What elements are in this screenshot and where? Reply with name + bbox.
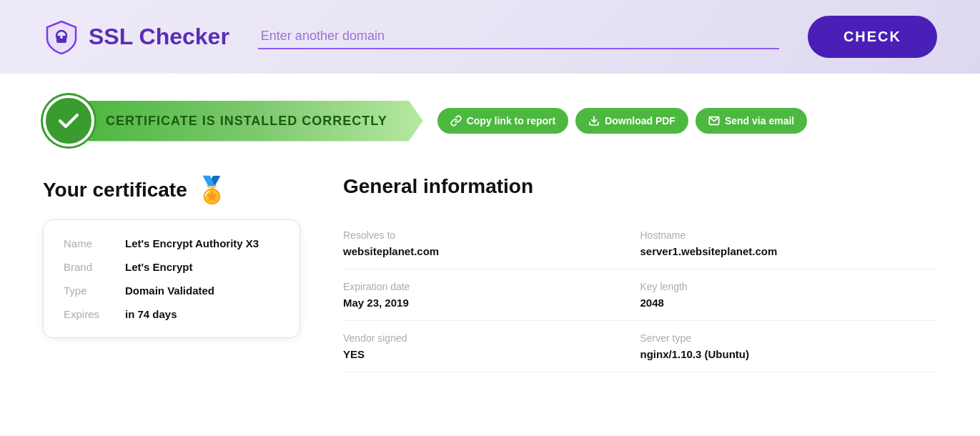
info-grid: Resolves to websiteplanet.com Hostname s… xyxy=(343,218,937,372)
cert-label-type: Type xyxy=(64,284,114,297)
cert-value-type: Domain Validated xyxy=(125,284,214,297)
info-item-hostname: Hostname server1.websiteplanet.com xyxy=(640,218,938,269)
header: SSL Checker CHECK xyxy=(0,0,980,74)
info-value-expiration: May 23, 2019 xyxy=(343,297,640,309)
general-info-section: General information Resolves to websitep… xyxy=(343,175,937,372)
status-label-wrap: CERTIFICATE IS INSTALLED CORRECTLY xyxy=(89,101,423,142)
cert-label-expires: Expires xyxy=(64,308,114,320)
logo-text: SSL Checker xyxy=(89,24,229,50)
info-value-vendor-signed: YES xyxy=(343,348,640,360)
info-item-resolves-to: Resolves to websiteplanet.com xyxy=(343,218,640,269)
info-label-expiration: Expiration date xyxy=(343,281,640,292)
info-value-server-type: nginx/1.10.3 (Ubuntu) xyxy=(640,348,938,360)
info-item-key-length: Key length 2048 xyxy=(640,269,938,321)
info-value-resolves-to: websiteplanet.com xyxy=(343,245,640,257)
info-label-vendor-signed: Vendor signed xyxy=(343,332,640,344)
cert-label-name: Name xyxy=(64,237,114,249)
status-actions: Copy link to report Download PDF Send vi… xyxy=(437,108,808,134)
check-button[interactable]: CHECK xyxy=(808,16,937,58)
status-banner: CERTIFICATE IS INSTALLED CORRECTLY Copy … xyxy=(43,95,937,147)
cert-card: Name Let's Encrypt Authority X3 Brand Le… xyxy=(43,219,300,338)
download-icon xyxy=(588,115,600,127)
info-item-vendor-signed: Vendor signed YES xyxy=(343,321,640,372)
cert-value-brand: Let's Encrypt xyxy=(125,261,192,273)
certificate-section: Your certificate 🏅 Name Let's Encrypt Au… xyxy=(43,175,300,338)
cert-title-row: Your certificate 🏅 xyxy=(43,175,300,205)
content-columns: Your certificate 🏅 Name Let's Encrypt Au… xyxy=(43,175,937,372)
copy-link-button[interactable]: Copy link to report xyxy=(437,108,568,134)
cert-row-brand: Brand Let's Encrypt xyxy=(64,261,279,273)
cert-section-title: Your certificate xyxy=(43,179,187,202)
cert-value-name: Let's Encrypt Authority X3 xyxy=(125,237,259,249)
check-icon xyxy=(56,108,81,134)
info-label-resolves-to: Resolves to xyxy=(343,229,640,241)
info-value-key-length: 2048 xyxy=(640,297,938,309)
info-label-hostname: Hostname xyxy=(640,229,938,241)
logo-area: SSL Checker xyxy=(43,19,229,56)
cert-row-type: Type Domain Validated xyxy=(64,284,279,297)
send-email-button[interactable]: Send via email xyxy=(696,108,807,134)
info-item-server-type: Server type nginx/1.10.3 (Ubuntu) xyxy=(640,321,938,372)
info-value-hostname: server1.websiteplanet.com xyxy=(640,245,938,257)
info-item-expiration: Expiration date May 23, 2019 xyxy=(343,269,640,321)
shield-lock-icon xyxy=(43,19,80,56)
award-icon: 🏅 xyxy=(196,175,228,205)
link-icon xyxy=(450,115,462,127)
cert-row-expires: Expires in 74 days xyxy=(64,308,279,320)
info-label-server-type: Server type xyxy=(640,332,938,344)
main-content: CERTIFICATE IS INSTALLED CORRECTLY Copy … xyxy=(0,74,980,394)
cert-row-name: Name Let's Encrypt Authority X3 xyxy=(64,237,279,249)
info-label-key-length: Key length xyxy=(640,281,938,292)
cert-value-expires: in 74 days xyxy=(125,308,177,320)
cert-label-brand: Brand xyxy=(64,261,114,273)
status-label: CERTIFICATE IS INSTALLED CORRECTLY xyxy=(106,114,387,128)
status-circle xyxy=(43,95,94,147)
info-section-title: General information xyxy=(343,175,937,198)
domain-input[interactable] xyxy=(258,24,779,49)
svg-point-2 xyxy=(60,36,63,39)
download-pdf-button[interactable]: Download PDF xyxy=(575,108,688,134)
email-icon xyxy=(708,115,720,127)
